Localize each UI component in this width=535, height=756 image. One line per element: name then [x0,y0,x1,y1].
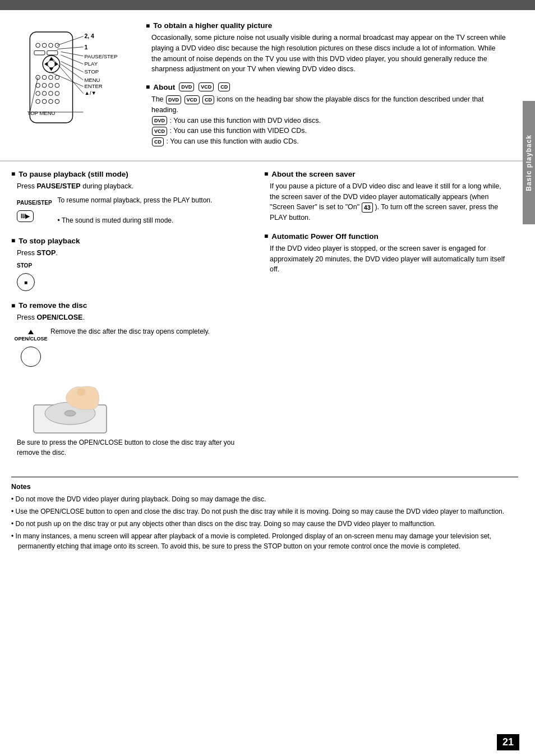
about-intro: The [151,95,164,103]
svg-rect-0 [30,32,72,123]
svg-point-28 [55,99,59,104]
svg-text:PLAY: PLAY [84,61,98,67]
auto-power-section: Automatic Power Off function If the DVD … [264,232,506,275]
about-item-2: : You can use this function with audio C… [166,137,298,145]
top-section: 2, 4 1 PAUSE/STEP PLAY STOP MENU ENTER ▲… [0,10,523,162]
note-item-1: Use the OPEN/CLOSE button to open and cl… [18,506,518,517]
svg-line-31 [61,52,84,56]
svg-point-3 [49,43,53,48]
svg-point-8 [48,61,55,68]
svg-point-20 [55,83,59,87]
stop-heading: To stop playback [11,237,247,245]
svg-rect-6 [47,50,58,55]
stop-btn-icon: ■ [17,273,35,291]
screen-saver-section: About the screen saver If you pause a pi… [264,170,506,223]
svg-point-27 [49,99,53,104]
svg-point-4 [55,43,59,48]
svg-point-24 [55,91,59,96]
svg-text:TOP MENU: TOP MENU [27,110,56,116]
notes-title: Notes [11,482,518,492]
cd-badge-inline: CD [202,95,214,104]
svg-text:STOP: STOP [84,68,99,75]
pause-section: To pause playback (still mode) Press PAU… [11,170,247,229]
about-heading: About DVD VCD CD [146,82,506,91]
note-item-2: Do not push up on the disc tray or put a… [18,519,518,529]
screen-saver-body: If you pause a picture of a DVD video di… [270,181,506,223]
svg-point-14 [42,75,47,80]
remove-body: Press OPEN/CLOSE. OPEN/CLOSE Remove the … [17,312,247,457]
cd-item-badge: CD [152,137,164,146]
svg-point-25 [36,99,40,104]
right-column: About the screen saver If you pause a pi… [259,170,506,465]
top-bar [0,0,535,10]
vcd-badge: VCD [199,82,214,91]
remove-footer: Be sure to press the OPEN/CLOSE button t… [17,437,247,458]
remove-heading: To remove the disc [11,301,247,310]
open-close-label: OPEN/CLOSE [15,335,48,343]
vcd-badge-inline: VCD [185,95,200,104]
pause-resume-text: To resume normal playback, press the PLA… [58,195,213,225]
note-item-0: Do not move the DVD video player during … [18,494,518,504]
about-body: The DVD VCD CD icons on the heading bar … [151,94,506,147]
svg-line-30 [57,47,84,49]
svg-point-2 [42,43,47,48]
top-text-area: To obtain a higher quality picture Occas… [146,21,506,155]
dvd-item-badge: DVD [152,116,167,125]
remote-diagram: 2, 4 1 PAUSE/STEP PLAY STOP MENU ENTER ▲… [11,21,123,133]
open-close-text: OPEN/CLOSE [36,314,82,321]
open-close-icon [21,347,41,367]
svg-point-21 [36,91,40,96]
left-column: To pause playback (still mode) Press PAU… [11,170,259,465]
svg-point-22 [42,91,47,96]
sidebar-tab-label: Basic playback [525,135,533,191]
svg-point-15 [49,75,53,80]
page-ref-box: 43 [362,202,373,213]
sidebar-tab: Basic playback [523,101,535,224]
dvd-badge-inline: DVD [166,95,181,104]
pause-btn-label: PAUSE/STEP [17,199,52,207]
svg-point-23 [49,91,53,96]
remove-section: To remove the disc Press OPEN/CLOSE. OPE… [11,301,247,457]
svg-text:▲/▼: ▲/▼ [84,90,96,96]
pause-btn-text: PAUSE/STEP [36,182,80,190]
disc-tray-image [28,377,107,433]
svg-marker-12 [55,62,58,66]
svg-line-32 [61,55,84,64]
svg-text:PAUSE/STEP: PAUSE/STEP [84,53,117,59]
svg-point-18 [42,83,47,87]
open-close-button: OPEN/CLOSE [17,330,45,369]
svg-text:2, 4: 2, 4 [84,33,94,39]
svg-point-50 [64,411,76,416]
diagram-area: 2, 4 1 PAUSE/STEP PLAY STOP MENU ENTER ▲… [11,21,135,155]
triangle-icon [28,330,34,334]
pause-button-icon: PAUSE/STEP II/▶ [17,199,52,224]
cd-badge: CD [218,82,230,91]
svg-point-26 [42,99,47,104]
stop-section: To stop playback Press STOP. STOP ■ [11,237,247,294]
about-intro2: icons on the heading bar show the playab… [151,95,484,114]
svg-rect-5 [34,50,45,55]
dvd-badge: DVD [179,82,194,91]
svg-line-33 [61,61,84,72]
svg-marker-10 [49,68,54,71]
disc-tray-svg [28,377,118,439]
svg-marker-11 [44,62,48,66]
svg-point-19 [49,83,53,87]
about-item-0: : You can use this function with DVD vid… [170,117,321,125]
stop-body: Press STOP. STOP ■ [17,248,247,294]
stop-btn-text: STOP [36,249,56,257]
stop-button-icon: STOP ■ [17,261,247,293]
higher-quality-heading: To obtain a higher quality picture [146,21,506,30]
note-item-3: In many instances, a menu screen will ap… [18,531,518,551]
stop-btn-label: STOP [17,261,32,270]
screen-saver-heading: About the screen saver [264,170,506,178]
auto-power-heading: Automatic Power Off function [264,232,506,241]
notes-section: Notes Do not move the DVD video player d… [11,477,518,552]
higher-quality-body: Occasionally, some picture noise not usu… [151,33,506,75]
vcd-item-badge: VCD [152,127,167,136]
pause-heading: To pause playback (still mode) [11,170,247,178]
auto-power-body: If the DVD video player is stopped, or t… [270,243,506,275]
svg-text:ENTER: ENTER [84,83,102,89]
svg-text:1: 1 [84,44,87,50]
svg-text:MENU: MENU [84,77,100,83]
